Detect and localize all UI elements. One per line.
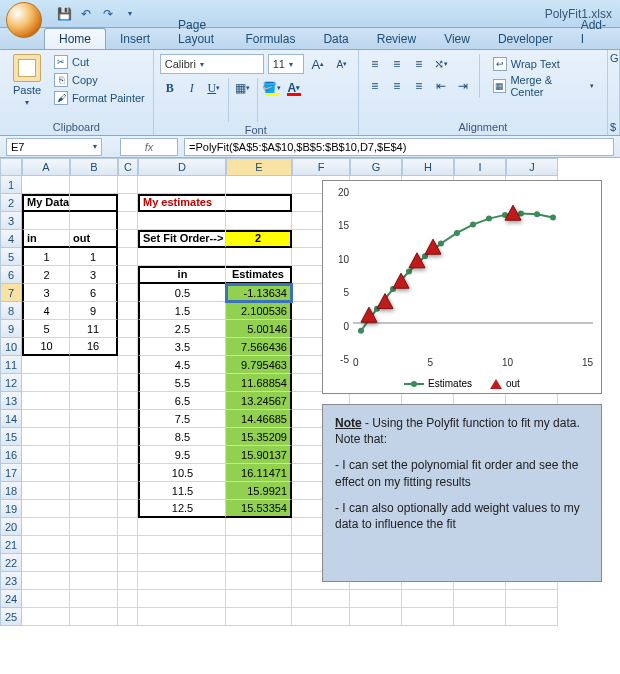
- row-header-1[interactable]: 1: [0, 176, 22, 194]
- cell-E8[interactable]: 2.100536: [226, 302, 292, 320]
- cell-B23[interactable]: [70, 572, 118, 590]
- cell-E16[interactable]: 15.90137: [226, 446, 292, 464]
- cell-G25[interactable]: [350, 608, 402, 626]
- worksheet[interactable]: ABCDEFGHIJ12My DataMy estimates34inoutSe…: [0, 158, 620, 674]
- cell-A15[interactable]: [22, 428, 70, 446]
- note-textbox[interactable]: Note - Using the Polyfit function to fit…: [322, 404, 602, 582]
- cell-B6[interactable]: 3: [70, 266, 118, 284]
- row-header-24[interactable]: 24: [0, 590, 22, 608]
- cell-I24[interactable]: [454, 590, 506, 608]
- row-header-25[interactable]: 25: [0, 608, 22, 626]
- cell-C7[interactable]: [118, 284, 138, 302]
- cell-J25[interactable]: [506, 608, 558, 626]
- cell-C17[interactable]: [118, 464, 138, 482]
- row-header-21[interactable]: 21: [0, 536, 22, 554]
- format-painter-button[interactable]: 🖌Format Painter: [52, 90, 147, 106]
- cell-A17[interactable]: [22, 464, 70, 482]
- cell-D2[interactable]: My estimates: [138, 194, 226, 212]
- cell-D8[interactable]: 1.5: [138, 302, 226, 320]
- cell-D7[interactable]: 0.5: [138, 284, 226, 302]
- cell-D18[interactable]: 11.5: [138, 482, 226, 500]
- cell-B11[interactable]: [70, 356, 118, 374]
- cell-C13[interactable]: [118, 392, 138, 410]
- bold-button[interactable]: B: [160, 78, 180, 98]
- row-header-22[interactable]: 22: [0, 554, 22, 572]
- cell-A19[interactable]: [22, 500, 70, 518]
- row-header-19[interactable]: 19: [0, 500, 22, 518]
- cell-A11[interactable]: [22, 356, 70, 374]
- cell-A5[interactable]: 1: [22, 248, 70, 266]
- cell-C2[interactable]: [118, 194, 138, 212]
- align-middle-button[interactable]: ≡: [387, 54, 407, 74]
- row-header-10[interactable]: 10: [0, 338, 22, 356]
- cell-E21[interactable]: [226, 536, 292, 554]
- row-header-12[interactable]: 12: [0, 374, 22, 392]
- cell-A22[interactable]: [22, 554, 70, 572]
- italic-button[interactable]: I: [182, 78, 202, 98]
- row-header-23[interactable]: 23: [0, 572, 22, 590]
- cell-C15[interactable]: [118, 428, 138, 446]
- cell-D22[interactable]: [138, 554, 226, 572]
- cell-D5[interactable]: [138, 248, 226, 266]
- cell-C10[interactable]: [118, 338, 138, 356]
- cell-A25[interactable]: [22, 608, 70, 626]
- font-color-button[interactable]: A▾: [284, 78, 304, 98]
- cell-E5[interactable]: [226, 248, 292, 266]
- col-header-A[interactable]: A: [22, 158, 70, 176]
- cell-C22[interactable]: [118, 554, 138, 572]
- row-header-20[interactable]: 20: [0, 518, 22, 536]
- cell-A6[interactable]: 2: [22, 266, 70, 284]
- cell-B8[interactable]: 9: [70, 302, 118, 320]
- row-header-16[interactable]: 16: [0, 446, 22, 464]
- cell-A7[interactable]: 3: [22, 284, 70, 302]
- cell-B2[interactable]: [70, 194, 118, 212]
- cell-B20[interactable]: [70, 518, 118, 536]
- tab-insert[interactable]: Insert: [106, 29, 164, 49]
- cell-E20[interactable]: [226, 518, 292, 536]
- copy-button[interactable]: ⎘Copy: [52, 72, 147, 88]
- tab-page-layout[interactable]: Page Layout: [164, 15, 231, 49]
- cell-D21[interactable]: [138, 536, 226, 554]
- cell-B17[interactable]: [70, 464, 118, 482]
- embedded-chart[interactable]: 20151050-5 051015 Estimates out: [322, 180, 602, 394]
- cell-D12[interactable]: 5.5: [138, 374, 226, 392]
- qat-dropdown-icon[interactable]: ▾: [122, 6, 138, 22]
- cell-C11[interactable]: [118, 356, 138, 374]
- cell-B25[interactable]: [70, 608, 118, 626]
- align-right-button[interactable]: ≡: [409, 76, 429, 96]
- cell-E4[interactable]: 2: [226, 230, 292, 248]
- cell-B14[interactable]: [70, 410, 118, 428]
- cell-B1[interactable]: [70, 176, 118, 194]
- cell-B24[interactable]: [70, 590, 118, 608]
- cell-C20[interactable]: [118, 518, 138, 536]
- cell-A16[interactable]: [22, 446, 70, 464]
- tab-formulas[interactable]: Formulas: [231, 29, 309, 49]
- cell-E13[interactable]: 13.24567: [226, 392, 292, 410]
- cell-B22[interactable]: [70, 554, 118, 572]
- cell-E6[interactable]: Estimates: [226, 266, 292, 284]
- border-button[interactable]: ▦▾: [233, 78, 253, 98]
- cell-C19[interactable]: [118, 500, 138, 518]
- cell-B9[interactable]: 11: [70, 320, 118, 338]
- cell-H25[interactable]: [402, 608, 454, 626]
- cell-D20[interactable]: [138, 518, 226, 536]
- row-header-9[interactable]: 9: [0, 320, 22, 338]
- cell-B13[interactable]: [70, 392, 118, 410]
- cell-C6[interactable]: [118, 266, 138, 284]
- row-header-7[interactable]: 7: [0, 284, 22, 302]
- cell-C1[interactable]: [118, 176, 138, 194]
- cell-E19[interactable]: 15.53354: [226, 500, 292, 518]
- cell-E24[interactable]: [226, 590, 292, 608]
- cell-A14[interactable]: [22, 410, 70, 428]
- cell-F24[interactable]: [292, 590, 350, 608]
- cell-D3[interactable]: [138, 212, 226, 230]
- cell-C14[interactable]: [118, 410, 138, 428]
- cell-C9[interactable]: [118, 320, 138, 338]
- cell-C3[interactable]: [118, 212, 138, 230]
- cell-E25[interactable]: [226, 608, 292, 626]
- merge-center-button[interactable]: ▦Merge & Center▾: [486, 76, 601, 96]
- tab-view[interactable]: View: [430, 29, 484, 49]
- decrease-indent-button[interactable]: ⇤: [431, 76, 451, 96]
- font-size-combo[interactable]: 11▾: [268, 54, 304, 74]
- tab-data[interactable]: Data: [309, 29, 362, 49]
